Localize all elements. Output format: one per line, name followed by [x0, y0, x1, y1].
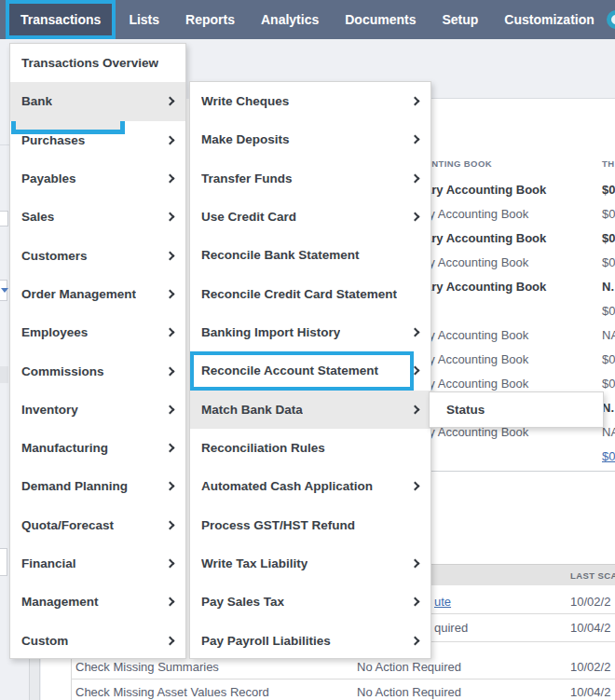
menu-item-label: Reconciliation Rules [201, 441, 325, 455]
menu-item-transactions-overview[interactable]: Transactions Overview [10, 44, 185, 82]
menu-item-label: Customers [21, 249, 88, 263]
menu-item-banking-import-history[interactable]: Banking Import History [190, 313, 430, 351]
menu-item-commissions[interactable]: Commissions [10, 351, 185, 390]
scan-check-name: Check Missing Summaries [75, 660, 219, 674]
accounting-book-value: $0 [602, 304, 615, 318]
menu-item-write-tax-liability[interactable]: Write Tax Liability [190, 544, 430, 583]
chevron-right-icon [166, 597, 175, 607]
menu-item-employees[interactable]: Employees [10, 313, 185, 351]
menu-item-label: Process GST/HST Refund [201, 518, 355, 532]
menu-item-demand-planning[interactable]: Demand Planning [10, 467, 185, 505]
accounting-book-value-link[interactable]: $0 [602, 449, 615, 463]
menu-item-order-management[interactable]: Order Management [10, 275, 185, 313]
menu-item-transfer-funds[interactable]: Transfer Funds [190, 159, 430, 198]
menu-item-management[interactable]: Management [10, 583, 185, 621]
menu-item-sales[interactable]: Sales [10, 198, 185, 236]
menu-item-manufacturing[interactable]: Manufacturing [10, 429, 185, 467]
chevron-right-icon [411, 597, 420, 607]
bank-submenu: Write ChequesMake DepositsTransfer Funds… [189, 81, 431, 659]
chevron-right-icon [411, 173, 420, 183]
menu-item-label: Pay Payroll Liabilities [201, 634, 331, 648]
chevron-right-icon [166, 135, 175, 144]
menu-item-quota-forecast[interactable]: Quota/Forecast [10, 506, 185, 544]
menu-item-inventory[interactable]: Inventory [10, 391, 185, 429]
scan-action-text: No Action Required [357, 685, 461, 699]
accounting-book-name: ary Accounting Book [425, 280, 546, 294]
menu-item-label: Commissions [21, 364, 104, 378]
chevron-right-icon [166, 482, 175, 491]
menu-item-write-cheques[interactable]: Write Cheques [190, 82, 430, 120]
scan-last-date: 10/04/2 [570, 685, 610, 699]
menu-item-label: Payables [21, 172, 76, 185]
background-field-edge [0, 144, 9, 145]
chevron-right-icon [411, 213, 420, 222]
menu-item-bank[interactable]: Bank [10, 82, 185, 120]
menu-item-pay-sales-tax[interactable]: Pay Sales Tax [190, 583, 430, 621]
menu-item-match-bank-data[interactable]: Match Bank Data [190, 391, 430, 429]
menu-item-financial[interactable]: Financial [10, 544, 185, 583]
accounting-book-value: N. [602, 280, 614, 294]
menu-item-use-credit-card[interactable]: Use Credit Card [190, 198, 430, 236]
menubar-item-transactions[interactable]: Transactions [6, 0, 116, 39]
menubar-item-customization[interactable]: Customization [491, 0, 607, 39]
accounting-book-name: ary Accounting Book [425, 183, 546, 197]
menubar-item-setup[interactable]: Setup [429, 0, 491, 39]
menu-item-label: Automated Cash Application [201, 479, 373, 493]
menubar-item-analytics[interactable]: Analytics [248, 0, 332, 39]
chevron-right-icon [166, 559, 175, 569]
menu-item-label: Quota/Forecast [21, 518, 114, 532]
match-bank-data-flyout-items: Status [430, 392, 603, 427]
menu-item-label: Management [21, 595, 99, 609]
menu-item-customers[interactable]: Customers [10, 236, 185, 274]
menu-item-label: Transfer Funds [201, 172, 293, 185]
chevron-right-icon [166, 174, 175, 184]
accounting-book-value: $0 [602, 255, 615, 269]
menu-item-label: Pay Sales Tax [201, 595, 284, 609]
menu-item-reconcile-credit-card-statement[interactable]: Reconcile Credit Card Statement [190, 275, 430, 313]
amount-column-header: TH [602, 158, 614, 169]
accounting-book-value: $0 [602, 231, 615, 245]
menu-item-reconcile-bank-statement[interactable]: Reconcile Bank Statement [190, 236, 430, 274]
accounting-book-value: $0 [602, 377, 615, 391]
menu-item-label: Reconcile Bank Statement [201, 248, 360, 262]
scan-last-date: 10/02/2 [570, 595, 610, 609]
menu-item-label: Purchases [21, 133, 85, 147]
menu-item-pay-payroll-liabilities[interactable]: Pay Payroll Liabilities [190, 622, 430, 660]
menu-item-reconcile-account-statement[interactable]: Reconcile Account Statement [190, 351, 430, 390]
accounting-book-column-header: UNTING BOOK [425, 158, 492, 169]
chevron-right-icon [411, 135, 420, 144]
menu-item-custom[interactable]: Custom [10, 621, 185, 659]
menubar-item-lists[interactable]: Lists [116, 0, 172, 39]
row-divider [71, 679, 615, 679]
scan-action-link[interactable]: ute [434, 595, 451, 609]
accounting-book-name: ry Accounting Book [425, 352, 528, 366]
menu-item-label: Manufacturing [21, 441, 108, 455]
menu-item-automated-cash-application[interactable]: Automated Cash Application [190, 467, 430, 505]
menu-item-payables[interactable]: Payables [10, 159, 185, 198]
portlet-divider [410, 471, 615, 472]
menu-item-label: Order Management [21, 287, 136, 301]
chevron-right-icon [166, 328, 175, 337]
chevron-right-icon [411, 559, 420, 569]
menu-item-status[interactable]: Status [430, 392, 603, 427]
chevron-right-icon [411, 482, 420, 491]
menu-item-make-deposits[interactable]: Make Deposits [190, 120, 430, 158]
match-bank-data-flyout: Status [429, 391, 604, 428]
bank-submenu-items: Write ChequesMake DepositsTransfer Funds… [190, 82, 430, 658]
menu-item-label: Custom [21, 634, 68, 648]
menu-item-label: Make Deposits [201, 132, 290, 146]
menu-item-reconciliation-rules[interactable]: Reconciliation Rules [190, 429, 430, 467]
scan-check-name: Check Missing Asset Values Record [75, 685, 269, 699]
accounting-book-name: ry Accounting Book [425, 377, 528, 391]
dropdown-caret-icon [1, 288, 8, 293]
menu-item-purchases[interactable]: Purchases [10, 121, 185, 159]
chevron-right-icon [166, 213, 175, 222]
accounting-book-value: NA [602, 425, 615, 439]
menubar-item-documents[interactable]: Documents [332, 0, 429, 39]
menubar-item-reports[interactable]: Reports [172, 0, 248, 39]
accounting-book-name: ry Accounting Book [425, 255, 528, 269]
menu-item-process-gst-hst-refund[interactable]: Process GST/HST Refund [190, 506, 430, 544]
menu-item-label: Banking Import History [201, 325, 340, 339]
transactions-dropdown: Transactions OverviewBankPurchasesPayabl… [9, 43, 186, 659]
accounting-book-value: $0 [602, 183, 615, 197]
